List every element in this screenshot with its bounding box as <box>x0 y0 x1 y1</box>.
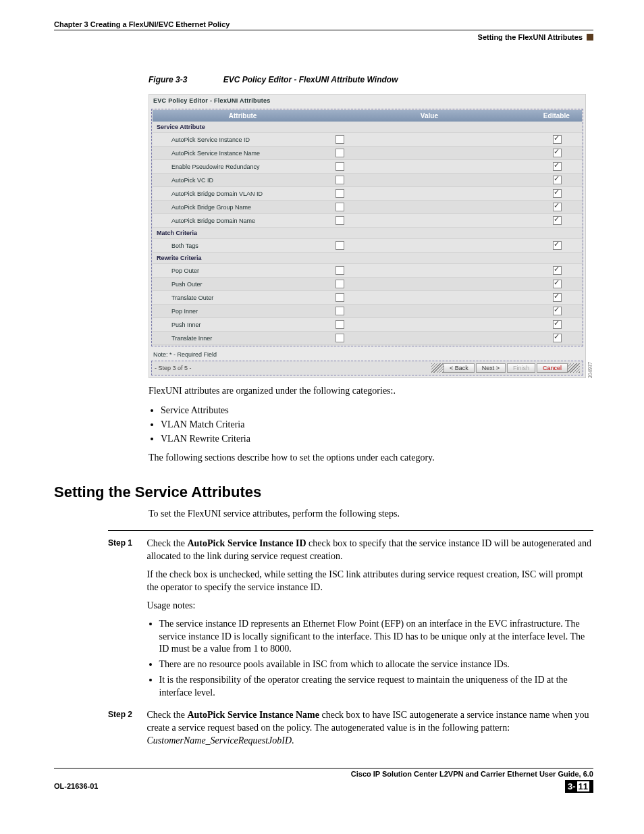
chapter-line: Chapter 3 Creating a FlexUNI/EVC Etherne… <box>54 20 230 28</box>
table-header: Attribute Value Editable <box>153 110 582 122</box>
section-line: Setting the FlexUNI Attributes <box>478 33 583 41</box>
attr-label: AutoPick Service Instance ID <box>153 134 336 145</box>
evc-policy-editor: EVC Policy Editor - FlexUNI Attributes A… <box>149 94 586 378</box>
section-heading: Setting the Service Attributes <box>54 484 593 501</box>
value-checkbox[interactable] <box>336 293 344 302</box>
table-row: AutoPick Bridge Group Name <box>153 201 582 214</box>
value-checkbox[interactable] <box>336 176 344 184</box>
category-list: Service Attributes VLAN Match Criteria V… <box>161 405 593 446</box>
value-checkbox[interactable] <box>336 216 344 225</box>
editable-checkbox[interactable] <box>553 176 562 184</box>
value-checkbox[interactable] <box>336 334 344 342</box>
page-chapter: 3- <box>568 781 576 791</box>
list-item: The service instance ID represents an Et… <box>159 618 592 656</box>
cancel-button[interactable]: Cancel <box>537 363 568 373</box>
list-item: There are no resource pools available in… <box>159 658 592 671</box>
table-row: Pop Outer <box>153 264 582 278</box>
table-row: Translate Inner <box>153 332 582 345</box>
page-footer: Cisco IP Solution Center L2VPN and Carri… <box>54 768 593 793</box>
table-row: Enable Pseudowire Redundancy <box>153 160 582 174</box>
editable-checkbox[interactable] <box>553 241 562 250</box>
step-2: Step 2 Check the AutoPick Service Instan… <box>108 709 593 748</box>
table-row: Pop Inner <box>153 305 582 318</box>
wizard-bar: - Step 3 of 5 - < Back Next > Finish Can… <box>151 361 583 375</box>
table-row: Push Inner <box>153 318 582 332</box>
step-label: Step 1 <box>108 538 144 548</box>
group-service-attribute: Service Attribute <box>153 122 582 133</box>
editable-checkbox[interactable] <box>553 293 562 302</box>
group-rewrite-criteria: Rewrite Criteria <box>153 253 582 264</box>
paragraph: If the check box is unchecked, while set… <box>147 569 592 594</box>
attr-label: Enable Pseudowire Redundancy <box>153 161 336 172</box>
table-row: AutoPick Service Instance ID <box>153 133 582 147</box>
list-item: VLAN Match Criteria <box>161 419 593 431</box>
attributes-table: Attribute Value Editable Service Attribu… <box>151 109 583 346</box>
value-checkbox[interactable] <box>336 149 344 157</box>
finish-button: Finish <box>507 363 535 373</box>
value-checkbox[interactable] <box>336 203 344 211</box>
page-number: 11 <box>577 781 589 791</box>
paragraph: To set the FlexUNI service attributes, p… <box>149 508 593 521</box>
list-item: It is the responsibility of the operator… <box>159 674 592 700</box>
step-label: Step 2 <box>108 709 144 720</box>
editable-checkbox[interactable] <box>553 320 562 329</box>
paragraph: Usage notes: <box>147 600 592 613</box>
table-row: Both Tags <box>153 239 582 253</box>
divider <box>108 530 593 531</box>
value-checkbox[interactable] <box>336 189 344 198</box>
editable-checkbox[interactable] <box>553 307 562 315</box>
value-checkbox[interactable] <box>336 241 344 250</box>
value-checkbox[interactable] <box>336 162 344 171</box>
attr-label: AutoPick Service Instance Name <box>153 148 336 159</box>
running-header-right: Setting the FlexUNI Attributes <box>54 33 593 41</box>
figure-id-number: 204937 <box>587 362 593 378</box>
page-number-badge: 3-11 <box>565 780 593 793</box>
resize-grip-icon <box>568 363 580 373</box>
list-item: Service Attributes <box>161 405 593 417</box>
table-row: AutoPick Bridge Domain Name <box>153 214 582 228</box>
col-value: Value <box>327 110 531 122</box>
attr-label: Both Tags <box>153 240 336 251</box>
header-marker-icon <box>587 34 593 41</box>
next-button[interactable]: Next > <box>476 363 506 373</box>
attr-label: Push Outer <box>153 279 336 290</box>
editable-checkbox[interactable] <box>553 203 562 211</box>
editable-checkbox[interactable] <box>553 189 562 198</box>
editable-checkbox[interactable] <box>553 266 562 275</box>
figure-title: EVC Policy Editor - FlexUNI Attribute Wi… <box>223 75 398 84</box>
value-checkbox[interactable] <box>336 280 344 288</box>
attr-label: Translate Outer <box>153 292 336 303</box>
editable-checkbox[interactable] <box>553 162 562 171</box>
group-match-criteria: Match Criteria <box>153 228 582 239</box>
editable-checkbox[interactable] <box>553 135 562 144</box>
figure-number: Figure 3-3 <box>149 75 187 84</box>
step-indicator: - Step 3 of 5 - <box>155 365 192 371</box>
col-editable: Editable <box>531 110 582 122</box>
table-row: Translate Outer <box>153 291 582 305</box>
running-header: Chapter 3 Creating a FlexUNI/EVC Etherne… <box>54 20 593 30</box>
step-1: Step 1 Check the AutoPick Service Instan… <box>108 538 593 702</box>
editable-checkbox[interactable] <box>553 149 562 157</box>
editable-checkbox[interactable] <box>553 280 562 288</box>
back-button[interactable]: < Back <box>444 363 475 373</box>
doc-id: OL-21636-01 <box>54 782 98 790</box>
list-item: VLAN Rewrite Criteria <box>161 433 593 445</box>
paragraph: FlexUNI attributes are organized under t… <box>149 385 593 398</box>
italic-term: CustomerName_ServiceRequestJobID <box>147 735 292 746</box>
figure-caption: Figure 3-3 EVC Policy Editor - FlexUNI A… <box>149 75 593 84</box>
table-row: AutoPick Bridge Domain VLAN ID <box>153 187 582 201</box>
resize-grip-icon <box>431 363 444 373</box>
editable-checkbox[interactable] <box>553 334 562 342</box>
text: . <box>292 735 294 746</box>
doc-title: Cisco IP Solution Center L2VPN and Carri… <box>351 770 593 778</box>
value-checkbox[interactable] <box>336 307 344 315</box>
table-row: AutoPick VC ID <box>153 174 582 187</box>
value-checkbox[interactable] <box>336 266 344 275</box>
attr-label: AutoPick Bridge Group Name <box>153 202 336 213</box>
value-checkbox[interactable] <box>336 320 344 329</box>
paragraph: The following sections describe how to s… <box>149 452 593 465</box>
bold-term: AutoPick Service Instance ID <box>187 538 306 548</box>
value-checkbox[interactable] <box>336 135 344 144</box>
editable-checkbox[interactable] <box>553 216 562 225</box>
attr-label: Translate Inner <box>153 333 336 344</box>
